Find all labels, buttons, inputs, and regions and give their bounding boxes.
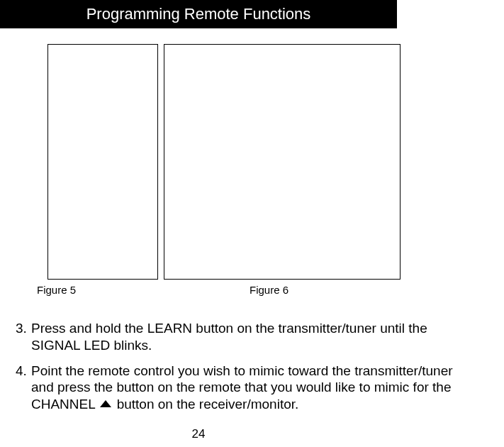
section-header: Programming Remote Functions — [0, 0, 397, 28]
figure-6-label: Figure 6 — [250, 284, 289, 296]
figures-row — [47, 44, 504, 280]
figure-5-label: Figure 5 — [37, 284, 101, 296]
step-3: 3. Press and hold the LEARN button on th… — [16, 320, 469, 354]
step-4: 4. Point the remote control you wish to … — [16, 363, 469, 413]
step-3-text: Press and hold the LEARN button on the t… — [31, 320, 469, 354]
step-4-text-b: button on the receiver/monitor. — [117, 397, 299, 412]
figure-6-box — [164, 44, 401, 280]
instruction-steps: 3. Press and hold the LEARN button on th… — [16, 320, 469, 413]
channel-up-icon — [100, 400, 111, 407]
page-number: 24 — [0, 427, 397, 441]
step-4-text: Point the remote control you wish to mim… — [31, 363, 469, 413]
step-4-number: 4. — [16, 363, 31, 413]
figure-5-box — [47, 44, 158, 280]
section-title: Programming Remote Functions — [86, 5, 311, 23]
figure-labels: Figure 5 Figure 6 — [37, 284, 504, 296]
step-3-number: 3. — [16, 320, 31, 354]
